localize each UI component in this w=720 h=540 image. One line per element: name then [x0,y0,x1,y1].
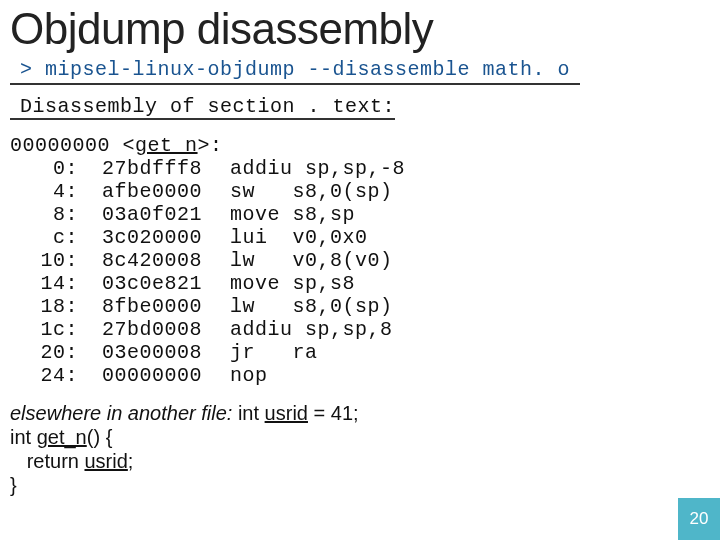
asm-row: 20:03e00008jr ra [10,341,720,364]
asm-row: 1c:27bd0008addiu sp,sp,8 [10,318,720,341]
slide-title: Objdump disassembly [0,0,720,56]
section-header: Disassembly of section . text: [10,95,395,120]
fn-getn: get_n [37,426,87,448]
asm-row: 0:27bdfff8addiu sp,sp,-8 [10,157,720,180]
elsewhere-note: elsewhere in another file: int usrid = 4… [0,387,720,497]
page-number: 20 [678,498,720,540]
symbol-open: < [110,134,135,157]
asm-row: 24:00000000nop [10,364,720,387]
var-usrid: usrid [265,402,308,424]
asm-row: 18:8fbe0000lw s8,0(sp) [10,295,720,318]
disassembly-block: 00000000 <get_n>: 0:27bdfff8addiu sp,sp,… [0,134,720,387]
asm-row: 14:03c0e821move sp,s8 [10,272,720,295]
command-line: > mipsel-linux-objdump --disassemble mat… [10,56,580,85]
symbol-name: get_n [135,134,198,157]
symbol-addr: 00000000 [10,134,110,157]
elsewhere-intro: elsewhere in another file: [10,402,232,424]
asm-row: c:3c020000lui v0,0x0 [10,226,720,249]
asm-row: 4:afbe0000sw s8,0(sp) [10,180,720,203]
asm-row: 8:03a0f021move s8,sp [10,203,720,226]
asm-row: 10:8c420008lw v0,8(v0) [10,249,720,272]
symbol-line: 00000000 <get_n>: [10,134,720,157]
symbol-close: >: [198,134,223,157]
